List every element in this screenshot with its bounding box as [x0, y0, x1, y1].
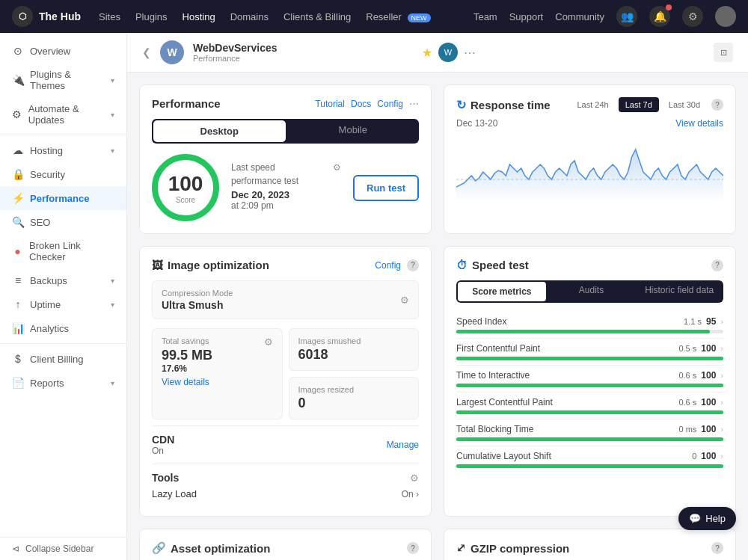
security-icon: 🔒	[12, 168, 24, 180]
metric-row: Largest Contentful Paint 0.6 s 100 ›	[456, 393, 723, 419]
content-area: Performance Tutorial Docs Config ⋯ Deskt…	[127, 73, 748, 560]
broken-link-icon: ●	[12, 245, 23, 257]
back-button[interactable]: ❮	[142, 46, 151, 58]
metric-name: Speed Index	[456, 316, 506, 327]
tab-audits[interactable]: Audits	[548, 280, 636, 303]
help-icon[interactable]: ?	[711, 99, 723, 111]
last-24h-button[interactable]: Last 24h	[571, 97, 616, 112]
speed-test-card: ⏱ Speed test ? Score metrics Audits Hist…	[444, 246, 736, 517]
sidebar-item-reports[interactable]: 📄 Reports ▾	[0, 371, 126, 395]
sidebar-item-label: Plugins & Themes	[30, 69, 105, 91]
sidebar-item-seo[interactable]: 🔍 SEO	[0, 210, 126, 234]
sidebar-item-security[interactable]: 🔒 Security	[0, 162, 126, 186]
nav-team[interactable]: Team	[473, 8, 497, 25]
metric-score-info: 1.1 s 95 ›	[684, 316, 723, 327]
sidebar-item-analytics[interactable]: 📊 Analytics	[0, 316, 126, 340]
cdn-manage-link[interactable]: Manage	[387, 440, 419, 450]
nav-clients-billing[interactable]: Clients & Billing	[283, 8, 351, 25]
view-details-link[interactable]: View details	[162, 377, 273, 387]
tab-historic-field-data[interactable]: Historic field data	[635, 280, 723, 303]
metric-name: Largest Contentful Paint	[456, 397, 553, 407]
sidebar-item-hosting[interactable]: ☁ Hosting ▾	[0, 138, 126, 162]
chevron-right-icon[interactable]: ›	[720, 398, 723, 407]
favorite-button[interactable]: ★	[422, 46, 432, 60]
tab-desktop[interactable]: Desktop	[153, 120, 286, 142]
chevron-right-icon[interactable]: ›	[720, 452, 723, 461]
gzip-icon: ⤢	[456, 541, 466, 555]
sidebar-item-overview[interactable]: ⊙ Overview	[0, 39, 126, 63]
metric-bar	[456, 357, 723, 360]
nav-reseller[interactable]: Reseller NEW	[366, 8, 430, 25]
metric-time: 1.1 s	[684, 317, 702, 326]
settings-icon-btn[interactable]: ⚙	[682, 6, 703, 27]
sidebar-item-broken-link[interactable]: ● Broken Link Checker	[0, 234, 126, 268]
collapse-panel-button[interactable]: ⊡	[714, 43, 733, 62]
smushed-box: Images smushed 6018 Images resized 0	[289, 328, 420, 419]
people-icon-btn[interactable]: 👥	[616, 6, 637, 27]
main-content: ❮ W WebDevServices Performance ★ W ⋯ ⊡ P…	[127, 33, 748, 560]
chevron-right-icon[interactable]: ›	[720, 317, 723, 326]
asset-help-icon[interactable]: ?	[407, 542, 419, 554]
gzip-title: ⤢ GZIP compression	[456, 541, 569, 555]
metric-score: 100	[701, 397, 716, 407]
metric-name: Total Blocking Time	[456, 424, 533, 434]
help-icon[interactable]: ?	[407, 259, 419, 271]
nav-sites[interactable]: Sites	[99, 8, 120, 25]
nav-domains[interactable]: Domains	[230, 8, 269, 25]
nav-plugins[interactable]: Plugins	[135, 8, 168, 25]
more-options-button[interactable]: ⋯	[464, 46, 476, 60]
last-30d-button[interactable]: Last 30d	[662, 97, 707, 112]
chevron-right-icon[interactable]: ›	[720, 425, 723, 434]
response-time-header: ↻ Response time Last 24h Last 7d Last 30…	[456, 97, 723, 112]
sidebar-item-performance[interactable]: ⚡ Performance	[0, 186, 126, 210]
performance-card-actions: Tutorial Docs Config ⋯	[315, 98, 419, 109]
app-logo[interactable]: ⬡ The Hub	[12, 6, 81, 27]
run-test-button[interactable]: Run test	[353, 175, 419, 201]
savings-gear-icon[interactable]: ⚙	[264, 336, 273, 348]
wordpress-button[interactable]: W	[438, 43, 458, 62]
gear-icon[interactable]: ⚙	[333, 162, 341, 173]
docs-link[interactable]: Docs	[351, 99, 371, 109]
time-range-buttons: Last 24h Last 7d Last 30d	[571, 97, 708, 112]
view-details-link[interactable]: View details	[675, 118, 723, 129]
metric-score: 100	[701, 424, 716, 434]
user-avatar[interactable]	[715, 6, 736, 27]
response-time-chart	[456, 135, 723, 209]
help-button[interactable]: 💬 Help	[678, 507, 736, 530]
lazy-load-label: Lazy Load	[152, 488, 197, 499]
collapse-sidebar-button[interactable]: ⊲ Collapse Sidebar	[0, 537, 126, 560]
sidebar-item-plugins-themes[interactable]: 🔌 Plugins & Themes ▾	[0, 63, 126, 97]
performance-tabs: Desktop Mobile	[152, 119, 419, 144]
chevron-right-icon[interactable]: ›	[720, 371, 723, 380]
image-config-button[interactable]: Config	[375, 260, 401, 271]
compression-label: Compression Mode	[162, 289, 233, 298]
chevron-right-icon[interactable]: ›	[720, 344, 723, 353]
kebab-menu-icon[interactable]: ⋯	[409, 98, 419, 109]
last-speed-row: Last speed ⚙	[231, 162, 341, 173]
config-button[interactable]: Config	[377, 99, 403, 109]
sidebar-item-client-billing[interactable]: $ Client Billing	[0, 347, 126, 371]
asset-optimization-card: 🔗 Asset optimization ? Total reductions …	[139, 529, 432, 560]
compression-gear-icon[interactable]: ⚙	[400, 295, 409, 306]
chevron-down-icon: ▾	[111, 111, 114, 119]
last-7d-button[interactable]: Last 7d	[619, 97, 659, 112]
nav-support[interactable]: Support	[509, 8, 544, 25]
sidebar-item-automate[interactable]: ⚙ Automate & Updates ▾	[0, 97, 126, 132]
nav-community[interactable]: Community	[555, 8, 604, 25]
tools-gear-icon[interactable]: ⚙	[410, 473, 419, 484]
compression-row: Compression Mode Ultra Smush ⚙	[152, 280, 419, 319]
sidebar-item-backups[interactable]: ≡ Backups ▾	[0, 268, 126, 292]
metric-row: Speed Index 1.1 s 95 ›	[456, 312, 723, 339]
response-time-title: ↻ Response time	[456, 98, 551, 112]
speed-help-icon[interactable]: ?	[711, 259, 723, 271]
sidebar-item-uptime[interactable]: ↑ Uptime ▾	[0, 292, 126, 316]
image-opt-actions: Config ?	[375, 259, 419, 271]
lazy-load-value[interactable]: On ›	[402, 489, 419, 499]
tab-mobile[interactable]: Mobile	[287, 119, 420, 144]
gzip-help-icon[interactable]: ?	[711, 542, 723, 554]
tutorial-link[interactable]: Tutorial	[315, 99, 345, 109]
nav-hosting[interactable]: Hosting	[183, 8, 215, 25]
tab-score-metrics[interactable]: Score metrics	[458, 282, 546, 301]
metric-row: First Contentful Paint 0.5 s 100 ›	[456, 339, 723, 366]
notifications-icon-btn[interactable]: 🔔	[649, 6, 670, 27]
